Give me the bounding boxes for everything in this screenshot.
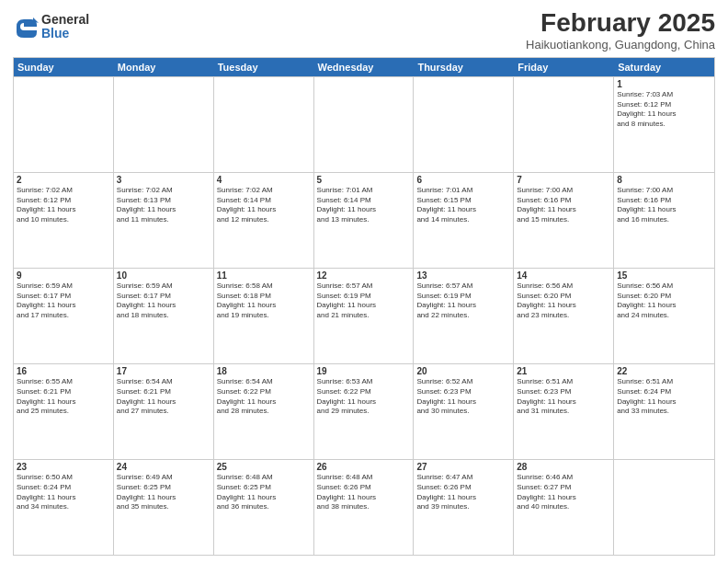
calendar-cell bbox=[414, 77, 514, 172]
calendar-cell: 6Sunrise: 7:01 AM Sunset: 6:15 PM Daylig… bbox=[414, 173, 514, 268]
weekday-header: Monday bbox=[114, 58, 214, 76]
calendar-cell: 12Sunrise: 6:57 AM Sunset: 6:19 PM Dayli… bbox=[314, 269, 415, 363]
calendar-cell bbox=[14, 77, 114, 172]
calendar-cell: 4Sunrise: 7:02 AM Sunset: 6:14 PM Daylig… bbox=[214, 173, 314, 268]
day-info: Sunrise: 7:00 AM Sunset: 6:16 PM Dayligh… bbox=[517, 186, 610, 225]
day-info: Sunrise: 7:02 AM Sunset: 6:13 PM Dayligh… bbox=[117, 186, 210, 225]
day-number: 2 bbox=[17, 175, 110, 185]
day-info: Sunrise: 6:57 AM Sunset: 6:19 PM Dayligh… bbox=[317, 282, 411, 321]
weekday-header: Tuesday bbox=[214, 58, 314, 76]
calendar-cell: 25Sunrise: 6:48 AM Sunset: 6:25 PM Dayli… bbox=[214, 460, 314, 555]
header: General Blue February 2025 Haikuotiankon… bbox=[13, 9, 715, 52]
day-number: 6 bbox=[416, 175, 510, 185]
calendar-cell: 21Sunrise: 6:51 AM Sunset: 6:23 PM Dayli… bbox=[514, 364, 614, 459]
day-info: Sunrise: 7:00 AM Sunset: 6:16 PM Dayligh… bbox=[617, 186, 711, 225]
day-number: 3 bbox=[117, 175, 210, 185]
calendar-cell: 10Sunrise: 6:59 AM Sunset: 6:17 PM Dayli… bbox=[114, 269, 214, 363]
logo-icon bbox=[13, 14, 39, 40]
calendar-cell bbox=[314, 77, 415, 172]
day-number: 24 bbox=[117, 462, 210, 472]
calendar-body: 1Sunrise: 7:03 AM Sunset: 6:12 PM Daylig… bbox=[14, 76, 714, 555]
day-info: Sunrise: 6:46 AM Sunset: 6:27 PM Dayligh… bbox=[517, 473, 610, 512]
calendar-cell bbox=[514, 77, 614, 172]
day-info: Sunrise: 6:52 AM Sunset: 6:23 PM Dayligh… bbox=[416, 377, 510, 417]
calendar: SundayMondayTuesdayWednesdayThursdayFrid… bbox=[13, 57, 715, 556]
calendar-cell bbox=[214, 77, 314, 172]
day-number: 19 bbox=[317, 366, 411, 376]
day-info: Sunrise: 6:56 AM Sunset: 6:20 PM Dayligh… bbox=[617, 282, 711, 321]
day-number: 22 bbox=[617, 366, 711, 376]
day-number: 13 bbox=[416, 270, 510, 281]
weekday-header: Saturday bbox=[614, 58, 714, 76]
day-info: Sunrise: 7:02 AM Sunset: 6:12 PM Dayligh… bbox=[17, 186, 110, 225]
calendar-cell: 16Sunrise: 6:55 AM Sunset: 6:21 PM Dayli… bbox=[14, 364, 114, 459]
calendar-cell: 3Sunrise: 7:02 AM Sunset: 6:13 PM Daylig… bbox=[114, 173, 214, 268]
logo-blue: Blue bbox=[41, 27, 89, 40]
day-number: 27 bbox=[416, 462, 510, 472]
day-number: 28 bbox=[517, 462, 610, 472]
calendar-row: 23Sunrise: 6:50 AM Sunset: 6:24 PM Dayli… bbox=[14, 459, 714, 555]
calendar-row: 9Sunrise: 6:59 AM Sunset: 6:17 PM Daylig… bbox=[14, 268, 714, 363]
day-info: Sunrise: 6:50 AM Sunset: 6:24 PM Dayligh… bbox=[17, 473, 110, 512]
calendar-cell: 17Sunrise: 6:54 AM Sunset: 6:21 PM Dayli… bbox=[114, 364, 214, 459]
calendar-cell bbox=[614, 460, 714, 555]
day-info: Sunrise: 6:49 AM Sunset: 6:25 PM Dayligh… bbox=[117, 473, 210, 512]
logo: General Blue bbox=[13, 13, 89, 41]
day-info: Sunrise: 6:53 AM Sunset: 6:22 PM Dayligh… bbox=[317, 377, 411, 417]
day-info: Sunrise: 6:58 AM Sunset: 6:18 PM Dayligh… bbox=[217, 282, 311, 321]
day-info: Sunrise: 7:02 AM Sunset: 6:14 PM Dayligh… bbox=[217, 186, 311, 225]
calendar-cell: 9Sunrise: 6:59 AM Sunset: 6:17 PM Daylig… bbox=[14, 269, 114, 363]
calendar-cell: 24Sunrise: 6:49 AM Sunset: 6:25 PM Dayli… bbox=[114, 460, 214, 555]
day-info: Sunrise: 6:59 AM Sunset: 6:17 PM Dayligh… bbox=[117, 282, 210, 321]
day-number: 15 bbox=[617, 270, 711, 281]
day-info: Sunrise: 7:01 AM Sunset: 6:14 PM Dayligh… bbox=[317, 186, 411, 225]
day-info: Sunrise: 6:48 AM Sunset: 6:26 PM Dayligh… bbox=[317, 473, 411, 512]
calendar-cell bbox=[114, 77, 214, 172]
calendar-cell: 27Sunrise: 6:47 AM Sunset: 6:26 PM Dayli… bbox=[414, 460, 514, 555]
day-info: Sunrise: 6:56 AM Sunset: 6:20 PM Dayligh… bbox=[517, 282, 610, 321]
calendar-row: 1Sunrise: 7:03 AM Sunset: 6:12 PM Daylig… bbox=[14, 76, 714, 172]
day-number: 1 bbox=[617, 79, 711, 89]
day-number: 7 bbox=[517, 175, 610, 185]
day-number: 20 bbox=[416, 366, 510, 376]
calendar-cell: 14Sunrise: 6:56 AM Sunset: 6:20 PM Dayli… bbox=[514, 269, 614, 363]
day-number: 12 bbox=[317, 270, 411, 281]
location: Haikuotiankong, Guangdong, China bbox=[526, 38, 715, 52]
day-info: Sunrise: 6:59 AM Sunset: 6:17 PM Dayligh… bbox=[17, 282, 110, 321]
calendar-row: 2Sunrise: 7:02 AM Sunset: 6:12 PM Daylig… bbox=[14, 172, 714, 268]
calendar-cell: 20Sunrise: 6:52 AM Sunset: 6:23 PM Dayli… bbox=[414, 364, 514, 459]
day-number: 9 bbox=[17, 270, 110, 281]
calendar-cell: 13Sunrise: 6:57 AM Sunset: 6:19 PM Dayli… bbox=[414, 269, 514, 363]
day-number: 11 bbox=[217, 270, 311, 281]
calendar-cell: 28Sunrise: 6:46 AM Sunset: 6:27 PM Dayli… bbox=[514, 460, 614, 555]
day-number: 5 bbox=[317, 175, 411, 185]
page: General Blue February 2025 Haikuotiankon… bbox=[0, 0, 728, 563]
logo-general: General bbox=[41, 13, 89, 27]
day-number: 10 bbox=[117, 270, 210, 281]
day-info: Sunrise: 6:54 AM Sunset: 6:21 PM Dayligh… bbox=[117, 377, 210, 417]
calendar-cell: 22Sunrise: 6:51 AM Sunset: 6:24 PM Dayli… bbox=[614, 364, 714, 459]
calendar-cell: 19Sunrise: 6:53 AM Sunset: 6:22 PM Dayli… bbox=[314, 364, 415, 459]
weekday-header: Thursday bbox=[414, 58, 514, 76]
calendar-cell: 11Sunrise: 6:58 AM Sunset: 6:18 PM Dayli… bbox=[214, 269, 314, 363]
day-number: 14 bbox=[517, 270, 610, 281]
day-info: Sunrise: 6:48 AM Sunset: 6:25 PM Dayligh… bbox=[217, 473, 311, 512]
day-number: 23 bbox=[17, 462, 110, 472]
day-number: 21 bbox=[517, 366, 610, 376]
day-number: 8 bbox=[617, 175, 711, 185]
calendar-cell: 2Sunrise: 7:02 AM Sunset: 6:12 PM Daylig… bbox=[14, 173, 114, 268]
weekday-header: Friday bbox=[514, 58, 614, 76]
calendar-row: 16Sunrise: 6:55 AM Sunset: 6:21 PM Dayli… bbox=[14, 363, 714, 459]
day-info: Sunrise: 6:57 AM Sunset: 6:19 PM Dayligh… bbox=[416, 282, 510, 321]
day-number: 18 bbox=[217, 366, 311, 376]
calendar-cell: 15Sunrise: 6:56 AM Sunset: 6:20 PM Dayli… bbox=[614, 269, 714, 363]
month-year: February 2025 bbox=[526, 9, 715, 38]
weekday-header: Wednesday bbox=[314, 58, 415, 76]
day-info: Sunrise: 6:54 AM Sunset: 6:22 PM Dayligh… bbox=[217, 377, 311, 417]
title-block: February 2025 Haikuotiankong, Guangdong,… bbox=[526, 9, 715, 52]
day-info: Sunrise: 7:01 AM Sunset: 6:15 PM Dayligh… bbox=[416, 186, 510, 225]
day-number: 17 bbox=[117, 366, 210, 376]
calendar-cell: 5Sunrise: 7:01 AM Sunset: 6:14 PM Daylig… bbox=[314, 173, 415, 268]
day-number: 26 bbox=[317, 462, 411, 472]
day-info: Sunrise: 6:51 AM Sunset: 6:23 PM Dayligh… bbox=[517, 377, 610, 417]
